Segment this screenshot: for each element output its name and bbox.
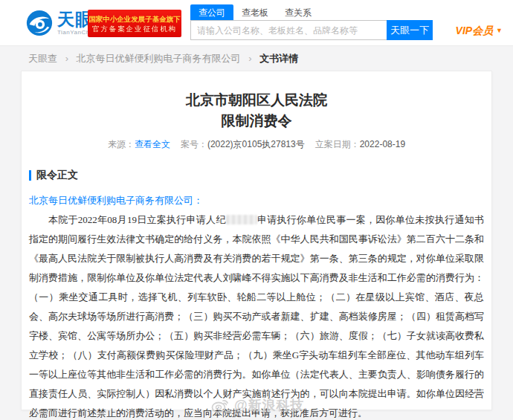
document-meta: 来源：查看全文案号：(2022)京0105执27813号立案日期：2022-08… [22, 138, 491, 151]
tab-search-company[interactable]: 查公司 [190, 4, 233, 22]
certification-badge: 国家中小企业发展子基金旗下 官方备案企业征信机构 [88, 10, 181, 37]
document-card: 北京市朝阳区人民法院 限制消费令 来源：查看全文案号：(2022)京0105执2… [21, 71, 492, 410]
breadcrumb-separator: › [65, 53, 68, 64]
vip-label: VIP会员 [456, 25, 494, 36]
search-tabs: 查公司 查老板 查关系 [190, 4, 320, 22]
order-paragraph-1: 本院于2022年08月19日立案执行申请人纪申请执行你单位民事一案，因你单位未按… [29, 210, 484, 420]
filing-date: 2022-08-19 [360, 139, 405, 149]
document-title: 北京市朝阳区人民法院 限制消费令 [22, 90, 491, 132]
addressee-company-link[interactable]: 北京每日优鲜便利购电子商务有限公司： [29, 191, 484, 210]
search-button[interactable]: 天眼一下 [387, 20, 433, 40]
tab-search-relation[interactable]: 查关系 [277, 4, 320, 22]
breadcrumb-company[interactable]: 北京每日优鲜便利购电子商务有限公司 [77, 53, 241, 64]
view-fulltext-link[interactable]: 查看全文 [135, 139, 170, 149]
section-title: 限令正文 [36, 169, 78, 182]
order-body-text: 北京每日优鲜便利购电子商务有限公司： 本院于2022年08月19日立案执行申请人… [29, 191, 484, 420]
section-accent-bar [29, 170, 31, 181]
breadcrumb-separator: › [248, 53, 251, 64]
breadcrumb-current-page: 文书详情 [259, 53, 298, 64]
search-bar: 天眼一下 [190, 20, 433, 40]
filing-date-label: 立案日期： [315, 139, 360, 149]
tianyancha-eye-icon [25, 9, 54, 37]
court-name: 北京市朝阳区人民法院 [22, 90, 491, 111]
paragraph1-before-redaction: 本院于2022年08月19日立案执行申请人纪 [48, 214, 226, 225]
paragraph1-after-redaction: 申请执行你单位民事一案，因你单位未按执行通知书指定的期间履行生效法律文书确定的给… [29, 214, 484, 419]
breadcrumb-home[interactable]: 天眼查 [28, 53, 57, 64]
top-navigation-bar: 天眼查 TianYanCha.com 国家中小企业发展子基金旗下 官方备案企业征… [0, 0, 513, 46]
source-label: 来源： [108, 139, 135, 149]
vip-member-menu[interactable]: VIP会员 ▼ [456, 25, 503, 38]
tab-search-boss[interactable]: 查老板 [233, 4, 277, 22]
badge-line1: 国家中小企业发展子基金旗下 [88, 14, 181, 23]
breadcrumb: 天眼查 › 北京每日优鲜便利购电子商务有限公司 › 文书详情 [28, 48, 298, 70]
search-input[interactable] [190, 20, 387, 40]
chevron-down-icon: ▼ [496, 27, 503, 34]
redacted-name-blur [226, 215, 257, 224]
section-header: 限令正文 [29, 169, 491, 182]
case-number: (2022)京0105执27813号 [207, 139, 305, 149]
order-type: 限制消费令 [22, 111, 491, 132]
badge-line2: 官方备案企业征信机构 [92, 24, 177, 33]
case-number-label: 案号： [181, 139, 207, 149]
